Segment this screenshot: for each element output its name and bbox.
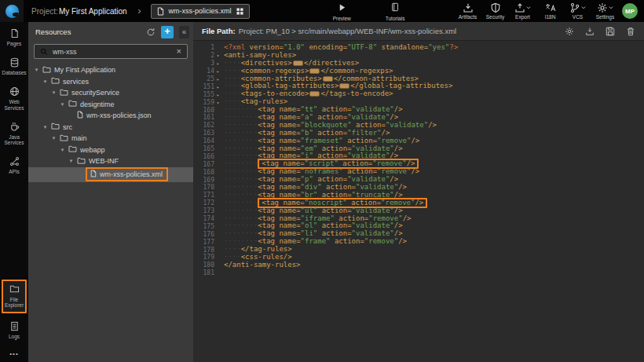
- wavemaker-logo[interactable]: [0, 0, 24, 22]
- topbar-item-i18n[interactable]: I18N: [537, 2, 563, 20]
- tree-expand-icon[interactable]: ▼: [68, 159, 74, 163]
- tree-expand-icon[interactable]: ▼: [42, 79, 48, 84]
- tree-item-My First Application[interactable]: ▼My First Application: [28, 64, 193, 76]
- tab-wm-xss-policies[interactable]: wm-xss-policies.xml: [151, 4, 250, 19]
- code-token: "remove": [372, 159, 406, 167]
- sidebar-item-web-services[interactable]: Web Services: [2, 84, 27, 113]
- project-title[interactable]: Project: My First Application: [31, 7, 127, 16]
- tree-item-wm-xss-policies.json[interactable]: wm-xss-policies.json: [28, 110, 193, 122]
- sidebar-item-databases[interactable]: Databases: [2, 55, 27, 79]
- download-icon[interactable]: [585, 27, 595, 36]
- fold-toggle-icon[interactable]: ▸: [214, 84, 221, 90]
- code-token: />: [415, 199, 423, 207]
- tree-item-WEB-INF[interactable]: ▼WEB-INF: [28, 155, 193, 167]
- tree-item-src[interactable]: ▼src: [28, 122, 193, 133]
- vcs-icon: [569, 2, 586, 13]
- databases-icon: [9, 57, 20, 68]
- fold-toggle-icon[interactable]: ▸: [214, 60, 221, 66]
- tree-item-webapp[interactable]: ▼webapp: [28, 144, 193, 156]
- whitespace-dots: ········: [224, 137, 258, 144]
- avatar[interactable]: MP: [622, 3, 638, 19]
- gutter-cell: 166: [193, 152, 221, 160]
- topbar-item-vcs[interactable]: VCS: [565, 2, 591, 20]
- fold-toggle-icon[interactable]: ▾: [214, 53, 221, 58]
- tree-item-services[interactable]: ▼services: [28, 76, 193, 88]
- line-number: 151: [203, 83, 214, 90]
- delete-icon[interactable]: [626, 27, 635, 36]
- folded-region-icon[interactable]: [309, 68, 320, 74]
- code-token: action=: [313, 175, 347, 183]
- code-line-text[interactable]: [221, 269, 224, 277]
- topbar-item-artifacts[interactable]: Artifacts: [455, 2, 481, 20]
- tutorials-button[interactable]: Tutorials: [386, 1, 405, 21]
- settings-icon: [597, 2, 613, 13]
- fold-toggle-icon[interactable]: ▸: [214, 68, 221, 74]
- tree-expand-icon[interactable]: ▼: [34, 68, 39, 72]
- topbar-item-security[interactable]: Security: [482, 2, 508, 20]
- tree-expand-icon[interactable]: ▼: [51, 90, 57, 95]
- refresh-icon[interactable]: [146, 27, 156, 37]
- resources-search[interactable]: ×: [34, 44, 188, 59]
- fold-toggle-icon[interactable]: ▸: [214, 76, 221, 82]
- tree-item-label: wm-xss-policies.json: [86, 112, 152, 119]
- gutter-cell: 170: [193, 184, 221, 192]
- search-input[interactable]: [53, 48, 172, 56]
- clear-search-icon[interactable]: ×: [177, 47, 181, 56]
- topbar-item-label: Settings: [596, 14, 615, 20]
- tree-item-designtime[interactable]: ▼designtime: [28, 99, 193, 111]
- save-icon[interactable]: [606, 27, 615, 36]
- topbar-item-settings[interactable]: Settings: [592, 2, 618, 20]
- sidebar-item-label: Pages: [7, 41, 21, 46]
- code-token: />: [390, 175, 398, 183]
- tree-item-main[interactable]: ▼main: [28, 133, 193, 144]
- folded-region-icon[interactable]: [293, 60, 303, 66]
- sidebar-item-file-explorer[interactable]: File Explorer: [2, 280, 27, 313]
- fold-toggle-icon[interactable]: ▸: [214, 92, 221, 97]
- folded-region-icon[interactable]: [339, 83, 349, 89]
- tree-item-label: WEB-INF: [89, 157, 119, 165]
- topbar-item-export[interactable]: Export: [510, 2, 536, 20]
- sidebar-item-java-services[interactable]: Java Services: [2, 119, 27, 148]
- fold-toggle-icon[interactable]: ▾: [214, 100, 221, 105]
- preview-button[interactable]: Preview: [333, 1, 351, 21]
- editor-header: File Path: Project: PM_10 > src/main/web…: [193, 22, 644, 41]
- app-window: Project: My First Application › wm-xss-p…: [0, 0, 644, 362]
- code-line: 180</anti-samy-rules>: [193, 261, 644, 269]
- folded-region-icon[interactable]: [323, 76, 333, 82]
- line-number: 175: [203, 223, 214, 230]
- code-token: />: [407, 159, 415, 167]
- code-token: action=: [343, 167, 377, 175]
- tree-expand-icon[interactable]: ▼: [60, 102, 65, 107]
- sidebar-item-logs[interactable]: Logs: [2, 319, 27, 342]
- tree-expand-icon[interactable]: ▼: [60, 148, 65, 152]
- code-editor[interactable]: 1<?xml version="1.0" encoding="UTF-8" st…: [193, 41, 644, 362]
- gutter-cell: 165: [193, 145, 221, 153]
- code-token: "script": [305, 159, 338, 167]
- resources-header: Resources + «: [28, 22, 193, 42]
- gutter-cell: 171: [193, 192, 221, 199]
- tree-expand-icon[interactable]: ▼: [51, 136, 57, 141]
- sidebar-item-apis[interactable]: APIs: [2, 154, 27, 177]
- code-token: />: [428, 121, 437, 129]
- gutter-cell: 155▸: [193, 90, 221, 98]
- grid-icon[interactable]: [236, 8, 243, 15]
- sidebar-item-more[interactable]: •••: [2, 348, 27, 360]
- add-resource-button[interactable]: +: [161, 26, 174, 38]
- code-token: "b": [301, 129, 313, 137]
- i18n-icon: [545, 2, 556, 13]
- tree-expand-icon[interactable]: ▼: [42, 125, 48, 130]
- tree-item-wm-xss-policies.xml[interactable]: wm-xss-policies.xml: [28, 167, 193, 182]
- code-token: "em": [301, 144, 318, 152]
- tree-item-securityService[interactable]: ▼securityService: [28, 87, 193, 99]
- code-token: "blockquote": [301, 121, 352, 129]
- settings-icon[interactable]: [565, 27, 574, 36]
- code-line-text[interactable]: ········<tag name="frame" action="remove…: [221, 238, 407, 246]
- code-token: />: [411, 137, 419, 144]
- code-line-text[interactable]: </anti-samy-rules>: [221, 261, 301, 269]
- chevron-right-icon: ›: [138, 6, 141, 16]
- folded-region-icon[interactable]: [309, 91, 320, 97]
- collapse-panel-icon[interactable]: «: [179, 26, 189, 38]
- gutter-cell: 179: [193, 254, 221, 261]
- sidebar-item-pages[interactable]: Pages: [2, 26, 27, 49]
- pages-icon: [9, 28, 20, 39]
